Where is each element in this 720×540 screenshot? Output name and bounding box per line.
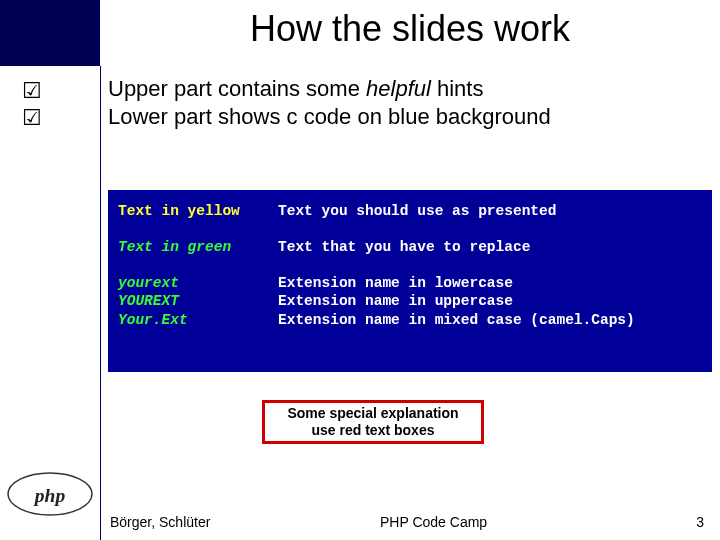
hint-text: Upper part contains some [108, 76, 366, 101]
hint-line-2: Lower part shows c code on blue backgrou… [108, 103, 551, 131]
hint-em: helpful [366, 76, 431, 101]
red-callout-box: Some special explanation use red text bo… [262, 400, 484, 444]
footer-page-number: 3 [696, 514, 704, 530]
ext-desc: Extension name in lowercase [278, 274, 704, 292]
ext-desc: Extension name in mixed case (camel.Caps… [278, 311, 704, 329]
ext-camel: Your.Ext [118, 311, 278, 329]
ext-lc: yourext [118, 274, 278, 292]
check-icon: ☑ [22, 78, 82, 104]
vertical-divider [100, 66, 101, 540]
code-box: Text in yellow Text you should use as pr… [108, 190, 712, 372]
code-left-green: Text in green [118, 238, 278, 256]
footer-title: PHP Code Camp [380, 514, 487, 530]
page-title: How the slides work [100, 8, 720, 50]
ext-desc: Extension name in uppercase [278, 292, 704, 310]
hint-text: hints [431, 76, 484, 101]
check-icon: ☑ [22, 105, 82, 131]
code-left-green-list: yourext YOUREXT Your.Ext [118, 274, 278, 328]
footer: Börger, Schlüter PHP Code Camp 3 [0, 506, 720, 540]
svg-text:php: php [33, 485, 66, 506]
bullet-column: ☑ ☑ [22, 78, 82, 131]
code-row: Text in green Text that you have to repl… [118, 238, 704, 256]
hints-block: Upper part contains some helpful hints L… [108, 75, 551, 130]
ext-uc: YOUREXT [118, 292, 278, 310]
footer-authors: Börger, Schlüter [110, 514, 210, 530]
code-left-yellow: Text in yellow [118, 202, 278, 220]
hint-line-1: Upper part contains some helpful hints [108, 75, 551, 103]
code-row: Text in yellow Text you should use as pr… [118, 202, 704, 220]
redbox-line: Some special explanation [287, 405, 458, 421]
redbox-line: use red text boxes [312, 422, 435, 438]
sidebar-accent-block [0, 0, 100, 66]
code-right: Text that you have to replace [278, 238, 704, 256]
code-right: Text you should use as presented [278, 202, 704, 220]
code-right-list: Extension name in lowercase Extension na… [278, 274, 704, 328]
code-row: yourext YOUREXT Your.Ext Extension name … [118, 274, 704, 328]
